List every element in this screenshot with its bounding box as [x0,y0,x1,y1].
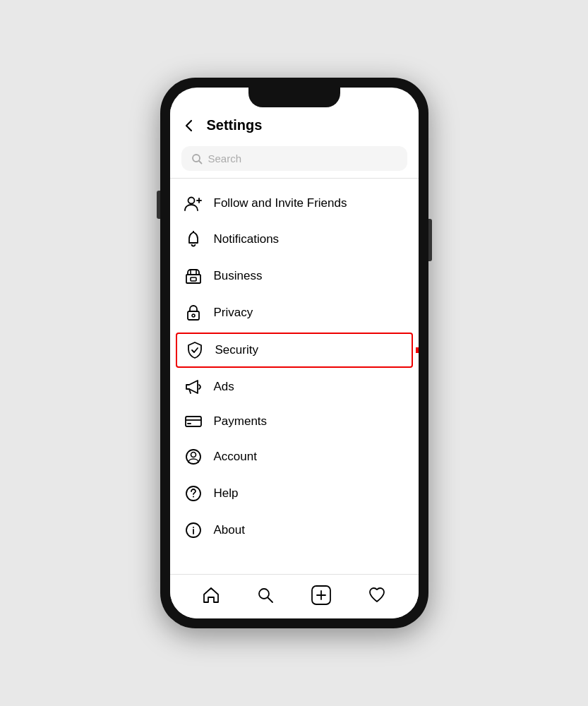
nav-add[interactable] [304,582,339,609]
menu-label-ads: Ads [214,380,234,394]
menu-item-business[interactable]: Business [170,258,419,294]
menu-item-help[interactable]: Help [170,475,419,512]
menu-label-help: Help [214,486,239,501]
question-circle-icon [184,485,203,502]
bell-icon [184,231,203,248]
menu-label-notifications: Notifications [214,232,280,246]
menu-label-account: Account [214,450,257,464]
divider [170,178,419,179]
menu-item-security[interactable]: Security [176,333,413,368]
svg-point-20 [193,496,194,498]
menu-label-payments: Payments [214,414,268,429]
svg-point-18 [191,453,196,457]
arrow-annotation [413,340,419,361]
search-icon [191,153,203,164]
menu-list: Follow and Invite Friends Notifications [170,183,419,574]
svg-marker-13 [416,342,419,358]
svg-rect-14 [186,417,201,426]
phone-notch [248,88,340,107]
info-circle-icon [184,522,203,539]
menu-item-follow-friends[interactable]: Follow and Invite Friends [170,186,419,221]
nav-heart[interactable] [361,583,393,607]
svg-line-1 [199,161,202,164]
person-circle-icon [184,448,203,465]
add-person-icon [184,196,203,211]
svg-rect-7 [186,275,200,283]
menu-item-privacy[interactable]: Privacy [170,294,419,331]
svg-rect-8 [191,277,196,281]
card-icon [184,415,203,428]
menu-item-notifications[interactable]: Notifications [170,221,419,258]
back-button[interactable] [181,118,197,133]
page-title: Settings [207,117,263,133]
menu-label-business: Business [214,269,263,283]
menu-label-about: About [214,523,245,537]
svg-line-25 [268,598,273,603]
svg-point-2 [188,198,194,204]
menu-label-privacy: Privacy [214,306,253,320]
svg-rect-11 [188,311,199,320]
bottom-nav [170,574,419,618]
search-bar[interactable]: Search [181,146,407,171]
menu-item-about[interactable]: About [170,512,419,549]
phone-screen: Settings Search [170,88,419,618]
megaphone-icon [184,379,203,395]
search-placeholder: Search [208,152,242,164]
phone-frame: Settings Search [160,78,428,628]
nav-search[interactable] [249,583,282,607]
screen-content: Settings Search [170,88,419,618]
menu-label-follow-friends: Follow and Invite Friends [214,196,347,210]
menu-item-payments[interactable]: Payments [170,405,419,438]
menu-item-ads[interactable]: Ads [170,369,419,405]
svg-point-22 [193,527,194,528]
menu-item-account[interactable]: Account [170,438,419,475]
lock-icon [184,304,203,321]
menu-label-security: Security [215,343,258,357]
shield-check-icon [186,342,204,359]
header: Settings [170,107,419,140]
shop-icon [184,268,203,285]
nav-home[interactable] [195,583,227,607]
svg-point-12 [192,314,195,317]
